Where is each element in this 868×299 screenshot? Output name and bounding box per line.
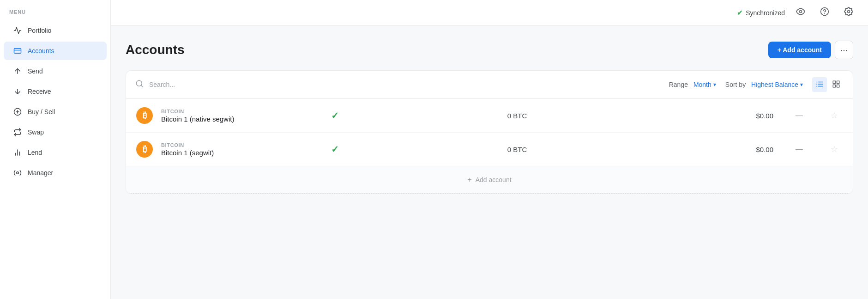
search-input[interactable] — [149, 81, 663, 88]
account-row[interactable]: ₿ BITCOIN Bitcoin 1 (native segwit) ✓ 0 … — [126, 99, 853, 133]
synced-check-icon-2: ✓ — [331, 144, 339, 155]
account-star-2[interactable]: ☆ — [825, 144, 844, 154]
bitcoin-icon-2: ₿ — [136, 141, 153, 158]
sidebar-item-label-portfolio: Portfolio — [28, 27, 51, 34]
settings-button[interactable] — [840, 5, 857, 21]
range-label: Range — [669, 81, 688, 88]
add-account-inline-label: Add account — [476, 176, 512, 183]
add-account-button[interactable]: + Add account — [768, 42, 831, 58]
sidebar-menu-label: MENU — [0, 9, 110, 20]
sidebar-item-label-manager: Manager — [28, 169, 53, 177]
help-icon — [820, 7, 829, 18]
header-actions: + Add account ··· — [768, 41, 853, 59]
account-balance-usd-1: $0.00 — [681, 112, 773, 120]
grid-view-button[interactable] — [829, 77, 844, 92]
search-filter-bar: Range Month ▾ Sort by Highest Balance ▾ — [126, 71, 853, 99]
search-icon — [135, 79, 144, 90]
account-type-1: BITCOIN — [161, 109, 309, 114]
range-value: Month — [693, 81, 711, 88]
topbar: ✔ Synchronized — [111, 0, 868, 26]
sidebar-item-accounts[interactable]: Accounts — [4, 42, 107, 60]
more-options-button[interactable]: ··· — [835, 41, 853, 59]
page-header: Accounts + Add account ··· — [126, 41, 853, 59]
range-filter[interactable]: Range Month ▾ — [669, 81, 716, 88]
account-name-2: Bitcoin 1 (segwit) — [161, 149, 309, 157]
bitcoin-icon-1: ₿ — [136, 107, 153, 124]
portfolio-icon — [13, 26, 22, 35]
search-wrapper — [149, 81, 663, 88]
sidebar-item-lend[interactable]: Lend — [4, 143, 107, 162]
sidebar-item-send[interactable]: Send — [4, 62, 107, 80]
page-content: Accounts + Add account ··· — [111, 26, 868, 299]
sidebar-item-label-send: Send — [28, 67, 43, 75]
list-view-button[interactable] — [812, 77, 827, 92]
buy-sell-icon — [13, 107, 22, 116]
svg-point-14 — [848, 11, 850, 13]
synced-check-icon-1: ✓ — [331, 110, 339, 121]
svg-rect-24 — [837, 81, 839, 83]
receive-icon — [13, 87, 22, 96]
account-balance-btc-2: 0 BTC — [361, 146, 674, 153]
account-info-1: BITCOIN Bitcoin 1 (native segwit) — [161, 109, 309, 123]
sidebar-item-portfolio[interactable]: Portfolio — [4, 21, 107, 40]
svg-rect-0 — [14, 49, 21, 54]
svg-point-11 — [800, 11, 802, 13]
svg-rect-26 — [833, 85, 835, 87]
lend-icon — [13, 148, 22, 157]
account-star-1[interactable]: ☆ — [825, 110, 844, 121]
sidebar-item-label-buy-sell: Buy / Sell — [28, 108, 55, 116]
add-account-inline-row[interactable]: + Add account — [126, 166, 853, 194]
sidebar-item-label-receive: Receive — [28, 88, 51, 95]
sidebar-item-swap[interactable]: Swap — [4, 123, 107, 141]
sort-chevron-icon: ▾ — [800, 81, 803, 88]
sidebar-item-label-lend: Lend — [28, 149, 42, 156]
account-icon-2: ₿ — [135, 140, 154, 159]
sort-value: Highest Balance — [751, 81, 798, 88]
manager-icon — [13, 168, 22, 177]
settings-icon — [844, 7, 853, 18]
swap-icon — [13, 128, 22, 137]
accounts-icon — [13, 46, 22, 55]
sync-check-icon: ✔ — [737, 8, 743, 17]
sort-label: Sort by — [725, 81, 746, 88]
page-title: Accounts — [126, 43, 185, 57]
account-type-2: BITCOIN — [161, 142, 309, 148]
main-content: ✔ Synchronized — [111, 0, 868, 299]
account-info-2: BITCOIN Bitcoin 1 (segwit) — [161, 142, 309, 157]
account-dash-1: — — [781, 111, 818, 120]
account-row[interactable]: ₿ BITCOIN Bitcoin 1 (segwit) ✓ 0 BTC $0.… — [126, 133, 853, 166]
sidebar-item-receive[interactable]: Receive — [4, 82, 107, 101]
account-status-2: ✓ — [316, 144, 353, 155]
send-icon — [13, 67, 22, 76]
filter-group: Range Month ▾ Sort by Highest Balance ▾ — [669, 77, 844, 92]
account-status-1: ✓ — [316, 110, 353, 121]
sidebar-item-buy-sell[interactable]: Buy / Sell — [4, 103, 107, 121]
account-balance-btc-1: 0 BTC — [361, 112, 674, 120]
ellipsis-icon: ··· — [840, 45, 847, 55]
sort-filter[interactable]: Sort by Highest Balance ▾ — [725, 81, 803, 88]
grid-view-icon — [832, 80, 840, 90]
sync-label: Synchronized — [746, 9, 785, 17]
eye-icon — [796, 7, 805, 18]
add-inline-plus-icon: + — [467, 176, 471, 184]
range-chevron-icon: ▾ — [713, 81, 716, 88]
sidebar-item-label-accounts: Accounts — [28, 47, 54, 55]
sidebar-item-manager[interactable]: Manager — [4, 164, 107, 182]
help-button[interactable] — [816, 5, 833, 21]
account-name-1: Bitcoin 1 (native segwit) — [161, 115, 309, 123]
sync-status: ✔ Synchronized — [737, 8, 785, 17]
account-icon-1: ₿ — [135, 106, 154, 125]
svg-rect-23 — [833, 81, 835, 83]
svg-line-16 — [141, 85, 142, 86]
account-dash-2: — — [781, 145, 818, 153]
accounts-panel: Range Month ▾ Sort by Highest Balance ▾ — [126, 70, 853, 194]
svg-point-10 — [17, 172, 19, 174]
view-toggle — [812, 77, 844, 92]
list-view-icon — [815, 80, 824, 90]
account-balance-usd-2: $0.00 — [681, 146, 773, 153]
svg-rect-25 — [837, 85, 839, 87]
eye-button[interactable] — [792, 5, 809, 21]
sidebar: MENU Portfolio Accounts Send — [0, 0, 111, 299]
sidebar-item-label-swap: Swap — [28, 128, 44, 136]
